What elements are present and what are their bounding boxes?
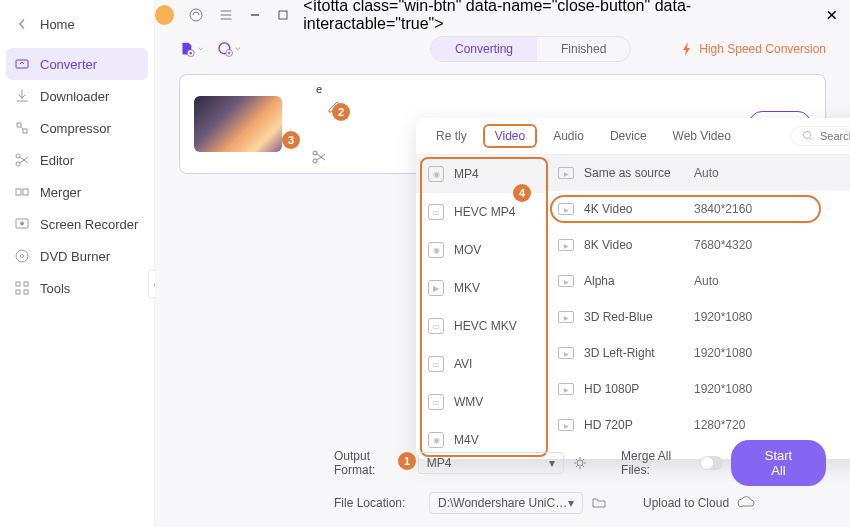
scissors-icon [14, 152, 30, 168]
format-label: MOV [454, 243, 481, 257]
compress-icon [14, 120, 30, 136]
chevron-down-icon: ▾ [568, 496, 574, 510]
play-icon: ▶ [558, 167, 574, 179]
format-item-avi[interactable]: ▭AVI [416, 345, 544, 383]
svg-rect-3 [16, 189, 21, 195]
sidebar-item-screen-recorder[interactable]: Screen Recorder [0, 208, 154, 240]
format-label: MKV [454, 281, 480, 295]
format-item-hevc-mkv[interactable]: ▭HEVC MKV [416, 307, 544, 345]
resolution-item-3d-left-right[interactable]: ▶3D Left-Right1920*1080 [544, 335, 850, 371]
start-all-button[interactable]: Start All [731, 440, 826, 486]
avatar[interactable] [155, 5, 174, 25]
play-icon: ▶ [558, 311, 574, 323]
tab-converting[interactable]: Converting [431, 37, 537, 61]
folder-icon[interactable] [591, 495, 607, 511]
sidebar-item-downloader[interactable]: Downloader [0, 80, 154, 112]
bottom-bar: Output Format: MP4 ▾ Merge All Files: St… [310, 431, 850, 527]
format-label: WMV [454, 395, 483, 409]
sidebar: Home Converter Downloader Compressor Edi… [0, 0, 155, 527]
svg-rect-4 [23, 189, 28, 195]
merge-toggle[interactable] [700, 456, 723, 470]
svg-point-7 [16, 250, 28, 262]
file-location-value: D:\Wondershare UniConverter 1 [438, 496, 568, 510]
add-file-icon[interactable] [179, 37, 203, 61]
sidebar-item-compressor[interactable]: Compressor [0, 112, 154, 144]
resolution-dim: 1920*1080 [694, 346, 850, 360]
tab-web-video[interactable]: Web Video [663, 124, 741, 148]
search-input[interactable] [820, 130, 850, 142]
tab-video[interactable]: Video [483, 124, 537, 148]
chevron-left-icon [14, 16, 30, 32]
resolution-name: 4K Video [584, 202, 684, 216]
format-item-wmv[interactable]: ▭WMV [416, 383, 544, 421]
sidebar-item-label: Compressor [40, 121, 111, 136]
sidebar-item-tools[interactable]: Tools [0, 272, 154, 304]
resolution-name: HD 720P [584, 418, 684, 432]
callout-badge-3: 3 [282, 131, 300, 149]
tab-finished[interactable]: Finished [537, 37, 630, 61]
output-format-select[interactable]: MP4 ▾ [418, 452, 564, 474]
edit-actions: e [296, 83, 342, 165]
support-icon[interactable] [188, 7, 204, 23]
sidebar-item-merger[interactable]: Merger [0, 176, 154, 208]
sidebar-item-label: Screen Recorder [40, 217, 138, 232]
resolution-item-8k[interactable]: ▶8K Video7680*4320 [544, 227, 850, 263]
file-location-select[interactable]: D:\Wondershare UniConverter 1 ▾ [429, 492, 583, 514]
format-label: AVI [454, 357, 472, 371]
resolution-item-3d-red-blue[interactable]: ▶3D Red-Blue1920*1080 [544, 299, 850, 335]
play-icon: ▶ [558, 419, 574, 431]
toolbar: Converting Finished High Speed Conversio… [155, 30, 850, 68]
tab-recently[interactable]: Re tly [426, 124, 477, 148]
svg-point-21 [577, 460, 583, 466]
play-icon: ▶ [558, 347, 574, 359]
high-speed-toggle[interactable]: High Speed Conversion [681, 42, 826, 56]
video-thumbnail[interactable] [194, 96, 282, 152]
svg-point-18 [313, 151, 317, 155]
resolution-list: ▶Same as sourceAuto ▶4K Video3840*2160 ▶… [544, 155, 850, 459]
sidebar-back[interactable]: Home [0, 8, 154, 40]
lightning-icon [681, 42, 693, 56]
format-icon: ▶ [428, 280, 444, 296]
svg-rect-12 [24, 290, 28, 294]
resolution-name: 8K Video [584, 238, 684, 252]
resolution-item-4k[interactable]: ▶4K Video3840*2160 [544, 191, 850, 227]
trim-icon[interactable] [311, 149, 327, 165]
converter-icon [14, 56, 30, 72]
resolution-item-same-as-source[interactable]: ▶Same as sourceAuto [544, 155, 850, 191]
svg-rect-0 [16, 60, 28, 68]
format-item-mkv[interactable]: ▶MKV [416, 269, 544, 307]
resolution-dim: 1920*1080 [694, 382, 850, 396]
upload-label: Upload to Cloud [643, 496, 729, 510]
main-area: <ította class="win-btn" data-name="close… [155, 0, 850, 527]
cloud-icon[interactable] [737, 496, 753, 510]
popup-tabs: Re tly Video Audio Device Web Video [416, 118, 850, 155]
resolution-item-alpha[interactable]: ▶AlphaAuto [544, 263, 850, 299]
sidebar-item-converter[interactable]: Converter [6, 48, 148, 80]
edit-hint-text: e [316, 83, 322, 95]
add-url-icon[interactable] [217, 37, 241, 61]
merge-label: Merge All Files: [621, 449, 692, 477]
sidebar-item-editor[interactable]: Editor [0, 144, 154, 176]
svg-rect-11 [16, 290, 20, 294]
file-location-label: File Location: [334, 496, 421, 510]
svg-rect-14 [279, 11, 287, 19]
maximize-button[interactable] [276, 8, 290, 22]
format-popup: Re tly Video Audio Device Web Video ◉MP4… [416, 118, 850, 459]
tab-device[interactable]: Device [600, 124, 657, 148]
resolution-name: 3D Red-Blue [584, 310, 684, 324]
minimize-button[interactable] [248, 8, 262, 22]
svg-point-19 [313, 159, 317, 163]
svg-rect-9 [16, 282, 20, 286]
resolution-name: 3D Left-Right [584, 346, 684, 360]
gear-icon[interactable] [572, 455, 588, 471]
format-search[interactable] [791, 126, 850, 146]
play-icon: ▶ [558, 275, 574, 287]
format-icon: ▭ [428, 356, 444, 372]
format-icon: ▭ [428, 318, 444, 334]
format-item-mov[interactable]: ◉MOV [416, 231, 544, 269]
sidebar-item-dvd-burner[interactable]: DVD Burner [0, 240, 154, 272]
disc-icon [14, 248, 30, 264]
tab-audio[interactable]: Audio [543, 124, 594, 148]
menu-icon[interactable] [218, 7, 234, 23]
resolution-item-hd-1080p[interactable]: ▶HD 1080P1920*1080 [544, 371, 850, 407]
